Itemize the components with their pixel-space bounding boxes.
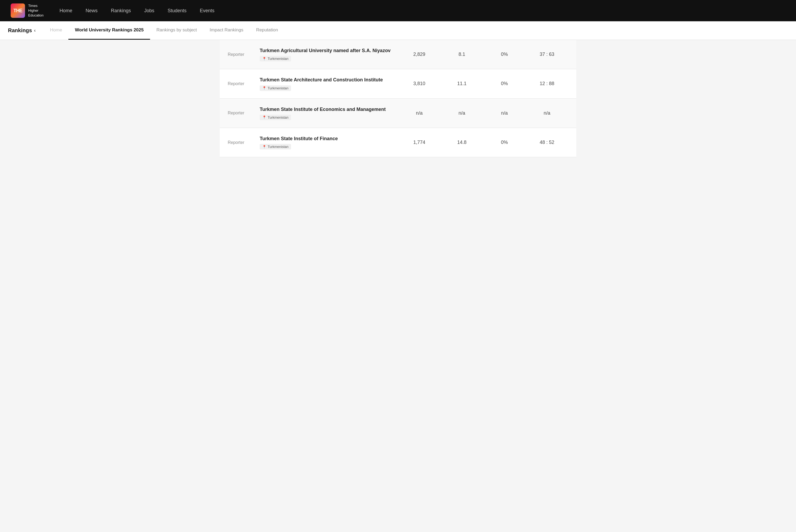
stat-international: 0% bbox=[483, 52, 526, 57]
stat-score: 11.1 bbox=[440, 81, 483, 87]
rankings-section-label[interactable]: Rankings ‹ bbox=[8, 27, 36, 34]
sub-navigation: Rankings ‹ Home World University Ranking… bbox=[0, 21, 796, 40]
ranking-table: Reporter Turkmen Agricultural University… bbox=[220, 40, 576, 157]
logo[interactable]: THE Times Higher Education bbox=[11, 3, 44, 18]
stat-students: 3,810 bbox=[398, 81, 440, 87]
table-row: Reporter Turkmen State Institute of Fina… bbox=[220, 128, 576, 157]
stat-ratio: 12 : 88 bbox=[526, 81, 568, 87]
row-university-info: Turkmen Agricultural University named af… bbox=[260, 48, 398, 61]
university-name[interactable]: Turkmen Agricultural University named af… bbox=[260, 48, 398, 54]
row-rank: Reporter bbox=[228, 111, 260, 115]
row-rank: Reporter bbox=[228, 81, 260, 86]
nav-jobs[interactable]: Jobs bbox=[144, 8, 154, 14]
stat-international: n/a bbox=[483, 110, 526, 116]
location-tag[interactable]: 📍 Turkmenistan bbox=[260, 86, 291, 91]
tab-home[interactable]: Home bbox=[44, 21, 69, 40]
row-university-info: Turkmen State Architecture and Construct… bbox=[260, 77, 398, 91]
table-row: Reporter Turkmen State Architecture and … bbox=[220, 69, 576, 98]
university-name[interactable]: Turkmen State Institute of Economics and… bbox=[260, 106, 398, 113]
stat-ratio: 48 : 52 bbox=[526, 140, 568, 145]
pin-icon: 📍 bbox=[262, 86, 266, 90]
pin-icon: 📍 bbox=[262, 115, 266, 119]
pin-icon: 📍 bbox=[262, 57, 266, 61]
stat-students: 1,774 bbox=[398, 140, 440, 145]
stat-ratio: n/a bbox=[526, 110, 568, 116]
stat-international: 0% bbox=[483, 140, 526, 145]
university-name[interactable]: Turkmen State Institute of Finance bbox=[260, 135, 398, 142]
logo-icon: THE bbox=[11, 3, 25, 18]
tab-world-university-rankings[interactable]: World University Rankings 2025 bbox=[69, 21, 150, 40]
tab-rankings-by-subject[interactable]: Rankings by subject bbox=[150, 21, 203, 40]
tab-reputation[interactable]: Reputation bbox=[250, 21, 284, 40]
nav-news[interactable]: News bbox=[86, 8, 98, 14]
table-row: Reporter Turkmen State Institute of Econ… bbox=[220, 99, 576, 128]
top-navigation: THE Times Higher Education Home News Ran… bbox=[0, 0, 796, 21]
location-tag[interactable]: 📍 Turkmenistan bbox=[260, 115, 291, 120]
location-tag[interactable]: 📍 Turkmenistan bbox=[260, 144, 291, 150]
location-tag[interactable]: 📍 Turkmenistan bbox=[260, 56, 291, 61]
main-content: Reporter Turkmen Agricultural University… bbox=[220, 40, 576, 157]
row-rank: Reporter bbox=[228, 52, 260, 57]
row-rank: Reporter bbox=[228, 140, 260, 145]
sub-nav-tabs: Home World University Rankings 2025 Rank… bbox=[44, 21, 284, 40]
logo-text: Times Higher Education bbox=[28, 3, 44, 18]
stat-score: 8.1 bbox=[440, 52, 483, 57]
nav-links: Home News Rankings Jobs Students Events bbox=[60, 8, 214, 14]
nav-students[interactable]: Students bbox=[168, 8, 187, 14]
stat-students: 2,829 bbox=[398, 52, 440, 57]
tab-impact-rankings[interactable]: Impact Rankings bbox=[203, 21, 250, 40]
stat-score: 14.8 bbox=[440, 140, 483, 145]
row-university-info: Turkmen State Institute of Economics and… bbox=[260, 106, 398, 120]
nav-home[interactable]: Home bbox=[60, 8, 72, 14]
pin-icon: 📍 bbox=[262, 145, 266, 149]
back-chevron[interactable]: ‹ bbox=[34, 28, 36, 33]
stat-students: n/a bbox=[398, 110, 440, 116]
nav-events[interactable]: Events bbox=[200, 8, 214, 14]
stat-score: n/a bbox=[440, 110, 483, 116]
university-name[interactable]: Turkmen State Architecture and Construct… bbox=[260, 77, 398, 83]
table-row: Reporter Turkmen Agricultural University… bbox=[220, 40, 576, 69]
nav-rankings[interactable]: Rankings bbox=[111, 8, 131, 14]
row-university-info: Turkmen State Institute of Finance 📍 Tur… bbox=[260, 135, 398, 150]
stat-ratio: 37 : 63 bbox=[526, 52, 568, 57]
stat-international: 0% bbox=[483, 81, 526, 87]
